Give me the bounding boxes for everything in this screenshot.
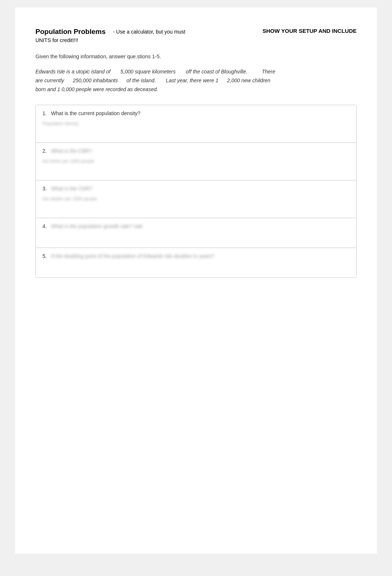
header: Population Problems - Use a calculator, … [35, 28, 357, 36]
question-2-label: 2. What is the CBR? [42, 148, 350, 154]
para-last-year: Last year, there were 1 [166, 77, 218, 83]
q1-answer-hint: Population density [42, 121, 79, 126]
q3-sub: live deaths per 1000 people [42, 196, 97, 201]
q2-sub: live births per 1000 people [42, 159, 94, 164]
header-instruction: - Use a calculator, but you must [113, 28, 262, 35]
question-5: 5. If the doubling point of the populati… [36, 248, 356, 277]
question-1: 1. What is the current population densit… [36, 105, 356, 143]
question-5-label: 5. If the doubling point of the populati… [42, 253, 350, 259]
scenario-paragraph: Edwards Isle is a utopic island of 5,000… [35, 68, 357, 94]
para-inhabitants: 250,000 inhabitants [73, 77, 118, 83]
question-4-label: 4. What is the population growth rate? r… [42, 223, 350, 229]
q4-sub: rate [134, 223, 143, 229]
q1-text: What is the current population density? [51, 110, 140, 116]
q4-text: What is the population growth rate? [51, 223, 132, 229]
page: Population Problems - Use a calculator, … [15, 7, 377, 553]
para-currently: are currently [35, 77, 64, 83]
q5-number: 5. [42, 253, 49, 259]
para-of-island: of the island. [127, 77, 156, 83]
q5-text: If the doubling point of the population … [51, 253, 197, 259]
units-line: UNITS for credit!!!! [35, 37, 357, 43]
para-there: There [262, 69, 275, 75]
q1-number: 1. [42, 110, 49, 116]
intro-text: Given the following information, answer … [35, 54, 357, 59]
q2-number: 2. [42, 148, 49, 154]
question-3-label: 3. What is the CDR? [42, 186, 350, 192]
q4-number: 4. [42, 223, 49, 229]
para-deceased: born and 1 0,000 people were recorded as… [35, 86, 158, 92]
para-children: 2,000 new children [227, 77, 271, 83]
page-title: Population Problems [35, 28, 106, 36]
questions-box: 1. What is the current population densit… [35, 105, 357, 278]
q5-sub: years? [199, 253, 214, 259]
para-coast: off the coast of Bloughville. [186, 69, 247, 75]
question-4: 4. What is the population growth rate? r… [36, 218, 356, 248]
header-right-text: SHOW YOUR SETUP AND INCLUDE [262, 28, 357, 34]
q2-text: What is the CBR? [51, 148, 92, 154]
question-1-label: 1. What is the current population densit… [42, 110, 350, 116]
q3-text: What is the CDR? [51, 186, 92, 192]
para-edwards-start: Edwards Isle is a utopic island of [35, 69, 110, 75]
question-3: 3. What is the CDR? live deaths per 1000… [36, 180, 356, 218]
para-sq-km: 5,000 square kilometers [120, 69, 175, 75]
q3-number: 3. [42, 186, 49, 192]
question-2: 2. What is the CBR? live births per 1000… [36, 143, 356, 180]
